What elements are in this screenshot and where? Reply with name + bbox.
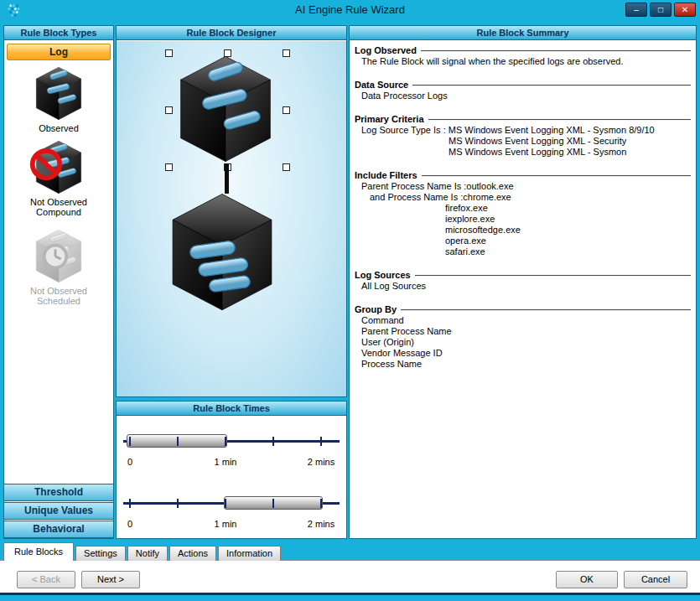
tab-settings[interactable]: Settings [75,546,126,561]
summary-line: Data Processor Logs [355,91,691,101]
slider-tick [177,437,179,446]
slider-tick [129,437,131,446]
summary-line: MS Windows Event Logging XML - Sysmon [355,147,691,158]
bottom-tab-strip: Rule Blocks Settings Notify Actions Info… [3,542,283,561]
summary-line: Process Name [355,359,691,370]
rule-block-type-not-observed-scheduled[interactable]: Not Observed Scheduled [4,229,113,306]
tab-rule-blocks[interactable]: Rule Blocks [3,542,74,561]
tab-notify[interactable]: Notify [127,546,168,561]
ok-button[interactable]: OK [556,571,618,588]
cancel-button[interactable]: Cancel [624,571,687,588]
slider-tick [272,499,274,508]
tab-actions[interactable]: Actions [169,546,216,561]
summary-line: MS Windows Event Logging XML - Security [355,136,691,147]
section-rule-line [415,275,691,277]
tick-label: 1 min [215,457,237,467]
summary-line: Parent Process Name Is :outlook.exe [355,181,691,192]
clock-icon [39,241,71,272]
type-label-observed: Observed [23,123,94,133]
tick-label: 0 [127,519,132,529]
slider-tick [129,499,131,508]
section-rule-line [421,50,691,52]
rule-block-type-observed[interactable]: Observed [4,66,113,133]
window-title: AI Engine Rule Wizard [0,0,700,20]
section-rule-line [428,119,691,121]
bottom-border-line [0,593,700,595]
summary-line: safari.exe [355,246,691,257]
slider-tick [225,499,226,508]
slider-tick [272,437,274,446]
section-rule-line [412,85,691,86]
slider-tick [225,437,226,446]
tab-information[interactable]: Information [218,546,281,561]
maximize-button[interactable]: □ [650,3,671,17]
summary-line: iexplore.exe [355,214,691,225]
slider-tick [320,437,322,446]
slider-tick [177,499,179,508]
summary-line: Parent Process Name [355,326,691,337]
summary-section-title: Group By [355,304,397,314]
summary-section: Include FiltersParent Process Name Is :o… [355,169,691,257]
rule-block-designer-panel: Rule Block Designer [116,25,347,397]
section-rule-line [422,175,691,177]
rule-block-times-header: Rule Block Times [117,402,346,416]
summary-line: User (Origin) [355,337,691,348]
summary-section-title: Include Filters [355,170,417,180]
time-slider-2: 0 1 min 2 mins [117,482,346,534]
title-bar: AI Engine Rule Wizard – □ ✕ [0,0,700,20]
tick-label: 0 [127,457,132,467]
summary-line: Log Source Type Is : MS Windows Event Lo… [355,125,691,136]
accordion-group-threshold[interactable]: Threshold [4,484,113,501]
tick-label: 1 min [215,519,237,529]
rule-block-designer-header: Rule Block Designer [117,26,346,40]
back-button[interactable]: < Back [17,571,75,588]
footer-bar: < Back Next > OK Cancel [0,560,700,593]
rule-block-type-not-observed-compound[interactable]: Not Observed Compound [4,140,113,217]
rule-block-node-1[interactable] [177,54,274,163]
block-connector-line [225,163,229,194]
selection-handle[interactable] [165,106,173,114]
rule-block-types-body: Log Observed Not Observed Compound [4,41,113,538]
summary-section: Primary CriteriaLog Source Type Is : MS … [355,113,691,158]
window-controls: – □ ✕ [625,3,696,17]
rule-block-times-body: 0 1 min 2 mins 0 1 min 2 mins [117,417,346,538]
rule-block-types-header: Rule Block Types [4,26,113,40]
rule-block-types-panel: Rule Block Types Log Observed Not Observ… [3,25,114,539]
slider-tick [320,499,322,508]
accordion-group-log[interactable]: Log [7,44,111,60]
summary-line: and Process Name Is :chrome.exe [355,192,691,203]
close-button[interactable]: ✕ [674,3,696,17]
type-label-not-observed-compound: Not Observed Compound [23,197,94,217]
rule-block-summary-header: Rule Block Summary [350,26,696,40]
selection-handle[interactable] [283,163,290,171]
minimize-button[interactable]: – [625,3,647,17]
accordion-group-behavioral[interactable]: Behavioral [4,521,113,538]
selection-handle[interactable] [165,163,173,171]
summary-section-title: Data Source [355,80,408,90]
designer-canvas[interactable] [117,41,346,396]
summary-section-title: Log Observed [355,45,417,55]
selection-handle[interactable] [283,49,290,57]
rule-block-times-panel: Rule Block Times 0 1 min 2 mins 0 1 min … [116,401,347,539]
summary-section-title: Log Sources [355,270,411,280]
selection-handle[interactable] [283,106,290,114]
selection-handle[interactable] [165,49,173,57]
summary-line: firefox.exe [355,203,691,214]
tick-label: 2 mins [308,519,334,529]
summary-section: Log SourcesAll Log Sources [355,269,691,292]
summary-line: Vendor Message ID [355,348,691,359]
next-button[interactable]: Next > [81,571,140,588]
summary-line: Command [355,315,691,326]
observed-cube-icon [34,66,83,121]
summary-line: The Rule Block will signal when the spec… [355,56,691,67]
rule-block-node-2[interactable] [169,192,276,312]
accordion-group-unique-values[interactable]: Unique Values [4,502,113,520]
summary-line: microsoftedge.exe [355,225,691,236]
time-slider-1: 0 1 min 2 mins [117,420,346,472]
summary-line: opera.exe [355,236,691,246]
summary-section: Data SourceData Processor Logs [355,79,691,101]
summary-section: Group ByCommandParent Process NameUser (… [355,303,691,370]
tick-label: 2 mins [308,457,334,467]
summary-section-title: Primary Criteria [355,114,424,124]
section-rule-line [401,309,691,311]
